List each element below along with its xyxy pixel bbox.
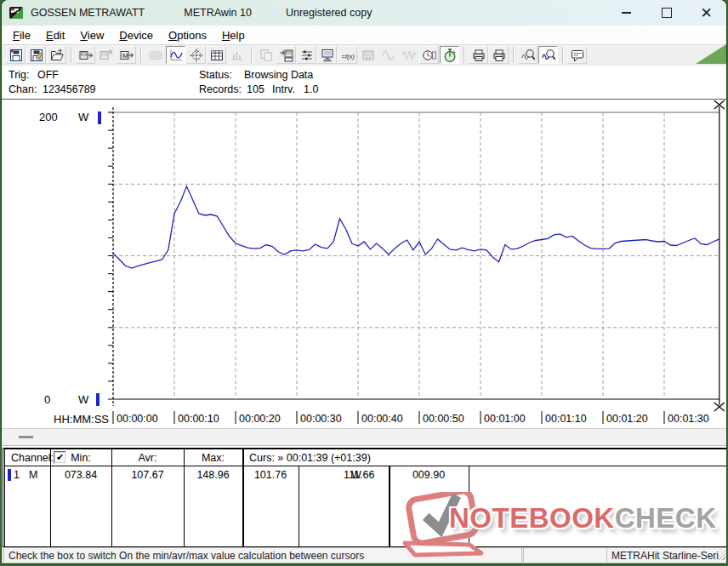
- toolbar-button-channel-setup[interactable]: [297, 46, 316, 64]
- status-label: Status:: [199, 69, 232, 81]
- toolbar-button-save-to-device[interactable]: [276, 46, 296, 64]
- toolbar-button-annotation-bubble[interactable]: [567, 46, 587, 64]
- time-tick-label: 00:01:00: [484, 413, 526, 425]
- zoom-in-wave-icon: [542, 49, 555, 62]
- app-window: GOSSEN METRAWATT METRAwin 10 Unregistere…: [2, 0, 726, 563]
- column-header-cursors: Curs: » 00:01:39 (+01:39): [249, 452, 371, 464]
- copy-export-icon: [259, 49, 273, 62]
- status-bar: Check the box to switch On the min/avr/m…: [2, 547, 726, 563]
- y-axis-min-label: 0: [44, 393, 50, 406]
- clock-interval-icon: [423, 49, 436, 62]
- plot-svg[interactable]: 200W0WHH:MM:SS00:00:0000:00:1000:00:2000…: [2, 100, 726, 429]
- status-message: Check the box to switch On the min/avr/m…: [9, 550, 364, 562]
- toolbar-separator: [251, 47, 253, 63]
- channel-color-marker: [8, 469, 11, 481]
- toolbar-button-timer-green[interactable]: [440, 46, 459, 64]
- timer-green-icon: [443, 49, 457, 62]
- toolbar-button-zoom-in-wave[interactable]: [538, 46, 558, 64]
- trigger-label: Trig:: [9, 69, 30, 81]
- minimize-button[interactable]: [606, 0, 646, 26]
- table-divider: [184, 449, 185, 546]
- toolbar-separator: [513, 47, 515, 63]
- menu-item-file[interactable]: File: [5, 27, 38, 43]
- records-value: 105: [247, 83, 264, 95]
- window-controls: ✕: [606, 0, 726, 26]
- table-divider: [242, 449, 244, 546]
- status-message-panel: Check the box to switch On the min/avr/m…: [3, 547, 522, 563]
- toolbar-button-cursor-crosshair[interactable]: [186, 46, 206, 64]
- toolbar-separator: [140, 47, 142, 63]
- device-settings-icon: [361, 49, 375, 62]
- toolbar-button-wave-single: [378, 46, 398, 64]
- device-name: METRAHit Starline-Seri: [611, 550, 719, 562]
- window-titlebar: GOSSEN METRAWATT METRAwin 10 Unregistere…: [2, 0, 726, 26]
- toolbar-button-table-view[interactable]: [207, 46, 226, 64]
- window-title-status: Unregistered copy: [286, 7, 372, 19]
- toolbar-button-device-settings: [358, 46, 378, 64]
- scrollbar-thumb[interactable]: [19, 436, 33, 438]
- print-preview-icon: [472, 49, 486, 62]
- channels-label: Chan:: [9, 83, 37, 95]
- toolbar-button-save-file[interactable]: [6, 46, 26, 64]
- toolbar: M1257=f(x): [2, 44, 726, 66]
- svg-text:1257: 1257: [151, 53, 160, 58]
- toolbar-button-open-file[interactable]: [47, 46, 66, 64]
- save-to-device-icon: [280, 49, 293, 62]
- column-header-avr: Avr:: [111, 452, 184, 464]
- toolbar-button-formula-fx[interactable]: =f(x): [338, 46, 357, 64]
- minimize-icon: [622, 12, 631, 14]
- toolbar-button-print-preview[interactable]: [469, 46, 488, 64]
- column-header-max: Max:: [184, 452, 242, 464]
- toolbar-button-clock-interval[interactable]: [419, 46, 439, 64]
- chart-view-icon: [169, 49, 183, 62]
- toolbar-button-read-device[interactable]: [76, 46, 95, 64]
- column-header-min: Min:: [50, 452, 111, 464]
- resize-corner-triangle: [696, 44, 726, 64]
- records-label: Records:: [199, 83, 242, 95]
- read-device-stop-icon: [100, 49, 113, 62]
- time-tick-label: 00:01:10: [545, 413, 587, 425]
- time-tick-label: 00:00:00: [117, 413, 158, 425]
- window-title-app: GOSSEN METRAWATT: [31, 7, 145, 19]
- time-tick-label: 00:00:20: [239, 413, 281, 425]
- app-icon: [9, 7, 24, 20]
- channel-marker-top: [98, 111, 101, 124]
- toolbar-button-pc-connection[interactable]: [317, 46, 337, 64]
- y-axis-unit-top: W: [78, 111, 89, 123]
- menu-item-options[interactable]: Options: [161, 27, 214, 43]
- interval-label: Intrv.: [272, 83, 295, 95]
- toolbar-button-save-as[interactable]: [26, 46, 46, 64]
- cursor-table: Channel: ✔ Min: Avr: Max: Curs: » 00:01:…: [3, 448, 726, 547]
- maximize-icon: [662, 8, 672, 18]
- toolbar-button-chart-view[interactable]: [166, 46, 185, 64]
- zoom-out-wave-icon: [521, 49, 535, 62]
- time-tick-label: 00:01:30: [668, 413, 709, 425]
- cell-avr-value: 107.67: [111, 469, 184, 481]
- display-lcd-icon: 1257: [149, 49, 162, 62]
- open-file-icon: [50, 49, 64, 62]
- close-icon: ✕: [700, 6, 712, 20]
- toolbar-separator: [562, 47, 564, 63]
- toolbar-button-zoom-out-wave[interactable]: [518, 46, 537, 64]
- column-header-channel: Channel:: [11, 452, 54, 464]
- toolbar-button-histogram-view: [227, 46, 247, 64]
- close-button[interactable]: ✕: [686, 0, 726, 26]
- toolbar-button-wave-multi: [399, 46, 418, 64]
- wave-multi-icon: [402, 49, 416, 62]
- menu-item-edit[interactable]: Edit: [38, 27, 72, 43]
- menu-item-device[interactable]: Device: [111, 27, 161, 43]
- save-as-icon: [30, 49, 43, 62]
- maximize-button[interactable]: [646, 0, 686, 26]
- table-divider: [299, 466, 299, 546]
- menu-item-help[interactable]: Help: [214, 27, 253, 43]
- status-middle-panel: [523, 547, 607, 563]
- toolbar-button-print[interactable]: [489, 46, 509, 64]
- time-tick-label: 00:00:40: [361, 413, 403, 425]
- channel-marker-bottom: [96, 393, 100, 406]
- menu-item-view[interactable]: View: [72, 27, 111, 43]
- menu-bar: FileEditViewDeviceOptionsHelp: [2, 26, 726, 44]
- measurement-info-panel: Trig: OFF Chan: 123456789 Status: Browsi…: [2, 66, 726, 99]
- cell-difference-value: 009.90: [389, 469, 469, 481]
- toolbar-button-memory-read[interactable]: M: [117, 46, 136, 64]
- horizontal-scrollbar[interactable]: [2, 428, 726, 446]
